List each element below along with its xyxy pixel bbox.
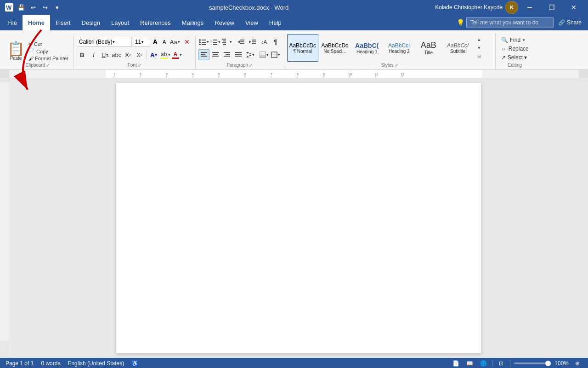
decrease-indent-button[interactable] <box>236 36 247 47</box>
font-size-dropdown-arrow: ▾ <box>141 40 144 44</box>
svg-rect-14 <box>222 39 226 40</box>
ruler-right-side <box>579 70 588 78</box>
font-shrink-button[interactable]: A <box>160 38 169 46</box>
paste-icon: 📋 <box>7 42 24 56</box>
restore-button[interactable]: ❐ <box>541 0 562 15</box>
svg-rect-19 <box>240 40 244 40</box>
focus-mode-btn[interactable]: ⊡ <box>496 358 506 368</box>
minimize-button[interactable]: ─ <box>519 0 540 15</box>
read-mode-btn[interactable]: 📖 <box>464 358 475 368</box>
find-button[interactable]: 🔍 Find ▾ <box>498 36 528 44</box>
separator-1 <box>147 50 147 59</box>
svg-rect-35 <box>235 52 242 53</box>
bullets-button[interactable]: ▾ <box>198 36 209 47</box>
shading-button[interactable]: ▾ <box>259 49 270 60</box>
styles-scroll-up[interactable]: ▲ <box>475 35 483 44</box>
menu-insert[interactable]: Insert <box>50 15 76 30</box>
font-group-content: Calibri (Body) ▾ 11 ▾ A A Aa▾ ✕ B I U▾ <box>77 36 192 62</box>
multilevel-button[interactable]: ▾ <box>221 36 232 47</box>
align-left-button[interactable] <box>198 49 209 60</box>
menu-design[interactable]: Design <box>76 15 106 30</box>
menu-bar: File Home Insert Design Layout Reference… <box>0 15 588 30</box>
clipboard-expander[interactable]: ⤢ <box>46 63 50 68</box>
format-painter-button[interactable]: 🖌 Format Painter <box>27 55 70 62</box>
style-normal-preview: AaBbCcDc <box>289 42 316 49</box>
justify-button[interactable] <box>233 49 244 60</box>
text-effect-button[interactable]: A▾ <box>148 49 159 60</box>
document-title: sampleCheckbox.docx - Word <box>62 4 435 11</box>
menu-review[interactable]: Review <box>209 15 240 30</box>
font-row-1: Calibri (Body) ▾ 11 ▾ A A Aa▾ ✕ <box>77 36 192 47</box>
align-center-button[interactable] <box>210 49 221 60</box>
clear-format-button[interactable]: ✕ <box>181 36 192 47</box>
sort-button[interactable]: ↕A <box>259 36 270 47</box>
numbering-button[interactable]: 1.2.3. ▾ <box>210 36 221 47</box>
print-layout-btn[interactable]: 📄 <box>451 358 461 368</box>
style-no-spacing-preview: AaBbCcDc <box>321 42 348 49</box>
replace-button[interactable]: ↔ Replace <box>498 45 531 53</box>
menu-view[interactable]: View <box>240 15 264 30</box>
document-canvas[interactable] <box>9 78 588 358</box>
menu-help[interactable]: Help <box>264 15 287 30</box>
strikethrough-button[interactable]: abc <box>111 49 122 60</box>
styles-scroll-down[interactable]: ▼ <box>475 44 483 52</box>
menu-layout[interactable]: Layout <box>106 15 135 30</box>
svg-rect-15 <box>223 40 226 41</box>
styles-expander[interactable]: ⤢ <box>395 63 398 68</box>
style-normal[interactable]: AaBbCcDc ¶ Normal <box>287 34 318 62</box>
undo-quick-btn[interactable]: ↩ <box>28 2 39 13</box>
font-color-button[interactable]: A ▾ <box>171 49 182 60</box>
customize-quick-btn[interactable]: ▾ <box>51 2 62 13</box>
horizontal-ruler: 1 2 3 4 5 6 7 8 9 10 11 <box>0 70 588 78</box>
menu-file[interactable]: File <box>2 15 23 30</box>
underline-button[interactable]: U▾ <box>100 49 111 60</box>
zoom-slider[interactable] <box>514 362 551 364</box>
ruler-left-side <box>0 70 9 78</box>
change-case-button[interactable]: Aa▾ <box>170 36 181 47</box>
zoom-in-btn[interactable]: ⊕ <box>572 358 582 368</box>
borders-button[interactable]: ▾ <box>270 49 281 60</box>
style-title[interactable]: AaB Title <box>416 34 441 62</box>
web-layout-btn[interactable]: 🌐 <box>478 358 488 368</box>
align-right-button[interactable] <box>221 49 232 60</box>
style-heading2-label: Heading 2 <box>389 49 410 54</box>
line-spacing-button[interactable]: ▾ <box>244 49 255 60</box>
copy-button[interactable]: 📄 Copy <box>27 48 70 55</box>
save-quick-btn[interactable]: 💾 <box>16 2 27 13</box>
select-button[interactable]: ↗ Select ▾ <box>498 53 530 62</box>
redo-quick-btn[interactable]: ↪ <box>40 2 51 13</box>
style-heading2[interactable]: AaBbCcI Heading 2 <box>384 34 415 62</box>
styles-expand[interactable]: ⊞ <box>475 52 483 60</box>
menu-home[interactable]: Home <box>23 15 50 30</box>
font-name-selector[interactable]: Calibri (Body) ▾ <box>77 37 132 47</box>
title-bar-left: W 💾 ↩ ↪ ▾ <box>4 2 62 13</box>
show-marks-button[interactable]: ¶ <box>270 36 281 47</box>
italic-button[interactable]: I <box>88 49 99 60</box>
cut-button[interactable]: ✂ Cut <box>27 40 70 47</box>
close-button[interactable]: ✕ <box>563 0 584 15</box>
bold-button[interactable]: B <box>77 49 88 60</box>
svg-rect-7 <box>202 44 206 45</box>
svg-text:4: 4 <box>192 73 194 76</box>
paragraph-expander[interactable]: ⤢ <box>249 63 253 68</box>
svg-rect-5 <box>202 42 206 43</box>
increase-indent-button[interactable] <box>247 36 258 47</box>
paste-button[interactable]: 📋 Paste <box>6 41 26 62</box>
style-heading1[interactable]: AaBbC( Heading 1 <box>351 34 383 62</box>
styles-scroll: ▲ ▼ ⊞ <box>475 35 483 60</box>
menu-mailings[interactable]: Mailings <box>176 15 209 30</box>
shading-dropdown-arrow: ▾ <box>266 52 269 57</box>
highlight-button[interactable]: ab ▾ <box>160 49 171 60</box>
menu-references[interactable]: References <box>135 15 176 30</box>
style-subtitle[interactable]: AaBbCcI Subtitle <box>442 34 474 62</box>
share-button[interactable]: 🔗 Share <box>554 15 586 30</box>
search-input[interactable] <box>466 17 554 28</box>
font-grow-button[interactable]: A <box>151 38 159 46</box>
subscript-button[interactable]: X2 <box>123 49 134 60</box>
superscript-button[interactable]: X2 <box>134 49 145 60</box>
font-size-selector[interactable]: 11 ▾ <box>133 37 150 47</box>
font-expander[interactable]: ⤢ <box>138 63 141 68</box>
style-no-spacing[interactable]: AaBbCcDc No Spaci... <box>319 34 351 62</box>
document-page[interactable] <box>116 83 481 353</box>
find-icon: 🔍 <box>501 37 508 43</box>
